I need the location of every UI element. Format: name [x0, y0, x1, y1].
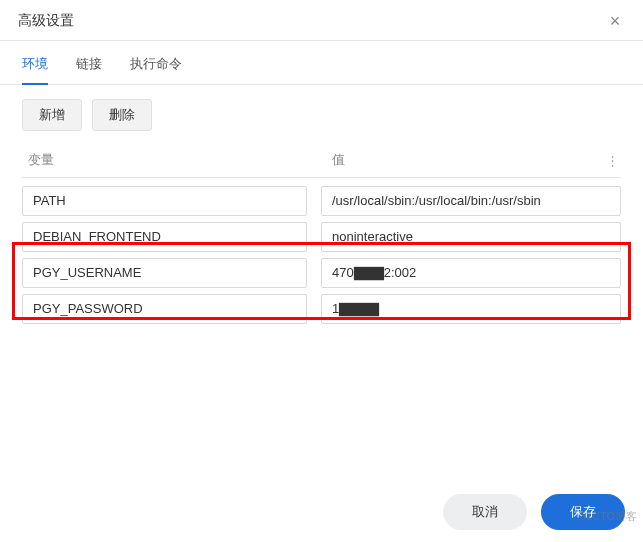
table-row[interactable]: PATH /usr/local/sbin:/usr/local/bin:/usr… — [22, 186, 621, 216]
value-input[interactable]: noninteractive — [321, 222, 621, 252]
toolbar: 新增 删除 — [0, 85, 643, 143]
value-input[interactable]: /usr/local/sbin:/usr/local/bin:/usr/sbin — [321, 186, 621, 216]
variable-input[interactable]: PATH — [22, 186, 307, 216]
value-input[interactable]: 1▇▇▇▇ — [321, 294, 621, 324]
more-icon[interactable]: ⋮ — [603, 153, 621, 168]
table-header: 变量 值 ⋮ — [22, 143, 621, 178]
variable-input[interactable]: DEBIAN_FRONTEND — [22, 222, 307, 252]
cancel-button[interactable]: 取消 — [443, 494, 527, 530]
delete-button[interactable]: 删除 — [92, 99, 152, 131]
table-body: PATH /usr/local/sbin:/usr/local/bin:/usr… — [22, 178, 621, 324]
tab-environment[interactable]: 环境 — [22, 55, 48, 85]
tab-link[interactable]: 链接 — [76, 55, 102, 84]
variable-input[interactable]: PGY_USERNAME — [22, 258, 307, 288]
tabs: 环境 链接 执行命令 — [0, 41, 643, 85]
table-row[interactable]: PGY_PASSWORD 1▇▇▇▇ — [22, 294, 621, 324]
dialog-footer: 取消 保存 — [443, 494, 625, 530]
table-row[interactable]: PGY_USERNAME 470▇▇▇2:002 — [22, 258, 621, 288]
column-variable[interactable]: 变量 — [22, 151, 322, 169]
value-input[interactable]: 470▇▇▇2:002 — [321, 258, 621, 288]
tab-exec-command[interactable]: 执行命令 — [130, 55, 182, 84]
dialog-title: 高级设置 — [18, 12, 74, 30]
table-row[interactable]: DEBIAN_FRONTEND noninteractive — [22, 222, 621, 252]
save-button[interactable]: 保存 — [541, 494, 625, 530]
add-button[interactable]: 新增 — [22, 99, 82, 131]
variable-input[interactable]: PGY_PASSWORD — [22, 294, 307, 324]
env-table: 变量 值 ⋮ PATH /usr/local/sbin:/usr/local/b… — [0, 143, 643, 324]
column-value[interactable]: 值 — [322, 151, 603, 169]
close-icon[interactable]: × — [605, 12, 625, 30]
dialog-header: 高级设置 × — [0, 0, 643, 41]
